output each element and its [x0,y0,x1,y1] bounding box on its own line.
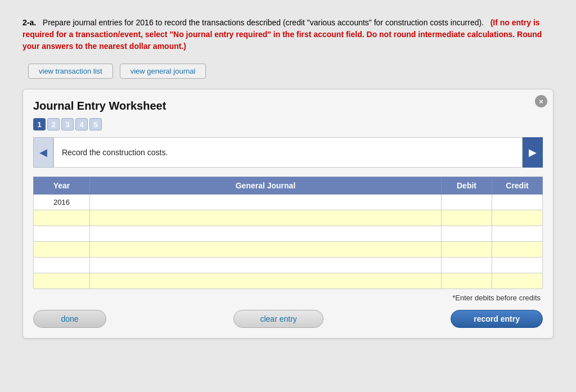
year-cell [34,273,90,289]
journal-cell[interactable] [90,226,442,242]
debit-cell[interactable] [442,226,492,242]
close-button[interactable]: × [535,95,547,107]
year-cell [34,258,90,273]
bottom-button-row: done clear entry record entry [33,310,543,328]
journal-input[interactable] [90,195,441,210]
journal-cell[interactable] [90,210,442,226]
nav-instruction: Record the construction costs. [53,137,523,168]
credit-cell[interactable] [492,195,543,210]
debit-input[interactable] [442,242,492,257]
debit-input[interactable] [442,273,492,289]
credit-input[interactable] [492,226,542,241]
debit-cell[interactable] [442,242,492,258]
credit-input[interactable] [492,210,542,226]
worksheet-container: × Journal Entry Worksheet 1 2 3 4 5 ◀ Re… [22,89,554,339]
year-cell [34,242,90,258]
table-row [34,226,543,242]
credit-cell[interactable] [492,210,543,226]
instruction-prefix: 2-a. [22,18,36,27]
header-year: Year [34,177,90,195]
debits-note: *Enter debits before credits [33,294,543,302]
next-arrow[interactable]: ▶ [523,137,543,168]
credit-cell[interactable] [492,242,543,258]
debit-cell[interactable] [442,273,492,289]
done-button[interactable]: done [33,310,106,328]
table-row: 2016 [34,195,543,210]
journal-cell[interactable] [90,242,442,258]
debit-input[interactable] [442,258,492,273]
journal-input[interactable] [90,242,441,257]
credit-input[interactable] [492,242,542,257]
worksheet-title: Journal Entry Worksheet [33,100,543,112]
debit-cell[interactable] [442,195,492,210]
credit-cell[interactable] [492,258,543,273]
instruction-normal: Prepare journal entries for 2016 to reco… [43,18,484,27]
table-row [34,242,543,258]
page-tab-1[interactable]: 1 [33,118,46,130]
header-debit: Debit [442,177,492,195]
journal-cell[interactable] [90,195,442,210]
journal-cell[interactable] [90,273,442,289]
year-cell [34,226,90,242]
table-row [34,210,543,226]
page-tab-3[interactable]: 3 [61,118,74,130]
record-entry-button[interactable]: record entry [451,310,543,328]
table-row [34,273,543,289]
page-tabs: 1 2 3 4 5 [33,118,543,130]
page-tab-4[interactable]: 4 [75,118,88,130]
year-cell: 2016 [34,195,90,210]
top-button-row: view transaction list view general journ… [28,64,554,79]
center-buttons: clear entry [233,310,323,328]
header-credit: Credit [492,177,543,195]
page-container: 2-a. Prepare journal entries for 2016 to… [0,0,576,392]
credit-cell[interactable] [492,273,543,289]
credit-cell[interactable] [492,226,543,242]
year-cell [34,210,90,226]
clear-entry-button[interactable]: clear entry [233,310,323,328]
journal-input[interactable] [90,273,441,289]
view-general-journal-button[interactable]: view general journal [120,64,206,79]
journal-input[interactable] [90,226,441,241]
debit-input[interactable] [442,210,492,226]
header-general-journal: General Journal [90,177,442,195]
debit-input[interactable] [442,226,492,241]
journal-cell[interactable] [90,258,442,273]
debit-input[interactable] [442,195,492,210]
credit-input[interactable] [492,195,542,210]
credit-input[interactable] [492,273,542,289]
journal-input[interactable] [90,258,441,273]
debit-cell[interactable] [442,210,492,226]
journal-table: Year General Journal Debit Credit 2016 [33,177,543,289]
instruction-block: 2-a. Prepare journal entries for 2016 to… [22,17,554,52]
table-row [34,258,543,273]
view-transaction-list-button[interactable]: view transaction list [28,64,113,79]
journal-input[interactable] [90,210,441,226]
debit-cell[interactable] [442,258,492,273]
prev-arrow[interactable]: ◀ [33,137,53,168]
credit-input[interactable] [492,258,542,273]
page-tab-5[interactable]: 5 [89,118,102,130]
page-tab-2[interactable]: 2 [47,118,60,130]
nav-row: ◀ Record the construction costs. ▶ [33,137,543,168]
